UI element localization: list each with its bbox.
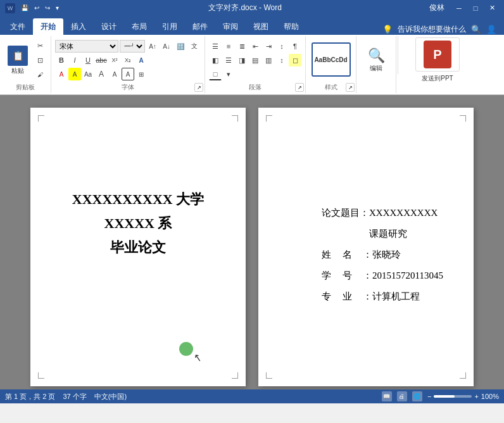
user-name: 俊林	[429, 3, 444, 13]
language: 中文(中国)	[94, 392, 127, 401]
text-border-button[interactable]: A	[122, 68, 134, 80]
font-group: 宋体 一号 A↑ A↓ 🔠 文 B I U abc X² X₂	[51, 36, 205, 93]
edit-button[interactable]: 🔍 编辑	[360, 45, 392, 75]
tab-insert[interactable]: 插入	[63, 18, 94, 35]
paste-button[interactable]: 📋 粘贴	[4, 44, 32, 77]
ppt-content: P 发送到PPT	[415, 37, 460, 92]
cut-button[interactable]: ✂	[33, 39, 47, 53]
tab-home[interactable]: 开始	[33, 18, 63, 35]
align-center-button[interactable]: ☰	[222, 54, 235, 66]
tab-mail[interactable]: 邮件	[185, 18, 215, 35]
font-size-selector[interactable]: 一号	[120, 40, 145, 53]
redo-button[interactable]: ↪	[43, 4, 52, 12]
corner-tl-2	[266, 115, 272, 122]
show-formatting-button[interactable]: ¶	[289, 40, 301, 53]
ppt-button[interactable]: P	[415, 37, 460, 72]
border-dropdown-button[interactable]: ▾	[222, 68, 235, 80]
edit-group: 🔍 编辑	[356, 36, 396, 93]
info-value-name: 张晓玲	[372, 244, 401, 265]
distribute-button[interactable]: ▥	[262, 54, 275, 66]
zoom-slider[interactable]	[434, 395, 472, 398]
maximize-button[interactable]: □	[469, 1, 482, 15]
minimize-button[interactable]: ─	[452, 1, 466, 15]
corner-tl	[38, 115, 44, 122]
strikethrough-button[interactable]: abc	[95, 54, 108, 66]
clear-format-button[interactable]: 🔠	[174, 40, 187, 53]
web-view-button[interactable]: 🌐	[412, 391, 422, 401]
format-painter-button[interactable]: 🖌	[33, 68, 47, 82]
decrease-indent-button[interactable]: ⇤	[249, 40, 261, 53]
close-button[interactable]: ✕	[485, 1, 499, 15]
tab-view[interactable]: 视图	[246, 18, 276, 35]
font-expand-button[interactable]: ↗	[194, 83, 203, 92]
user-icon[interactable]: 👤	[486, 25, 496, 34]
decrease-font-button[interactable]: A↓	[160, 40, 173, 53]
bold-button[interactable]: B	[55, 54, 68, 66]
paste-label: 粘贴	[11, 66, 24, 75]
char-border-button[interactable]: ⊞	[135, 68, 148, 80]
line-spacing-button[interactable]: ↕	[275, 54, 288, 66]
read-view-button[interactable]: 📖	[382, 391, 392, 401]
bullets-button[interactable]: ☰	[209, 40, 222, 53]
customize-button[interactable]: ▾	[54, 4, 61, 12]
border-bottom-button[interactable]: □	[209, 68, 222, 80]
status-bar: 第 1 页，共 2 页 37 个字 中文(中国) 📖 🖨 🌐 − + 100%	[0, 389, 504, 403]
font-case-button[interactable]: Aa	[82, 68, 94, 80]
justify-button[interactable]: ▤	[249, 54, 261, 66]
search-icon[interactable]: 🔍	[471, 25, 481, 34]
page-count: 第 1 页，共 2 页	[5, 392, 55, 401]
edit-label: 编辑	[370, 64, 382, 73]
underline-button[interactable]: U	[82, 54, 94, 66]
lightbulb-icon[interactable]: 💡	[382, 25, 393, 34]
subscript-button[interactable]: X₂	[122, 54, 134, 66]
tab-layout[interactable]: 布局	[124, 18, 154, 35]
increase-indent-button[interactable]: ⇥	[262, 40, 275, 53]
cursor-arrow: ↖	[192, 351, 203, 364]
phonetics-button[interactable]: 文	[188, 40, 201, 53]
italic-button[interactable]: I	[68, 54, 81, 66]
tab-help[interactable]: 帮助	[276, 18, 306, 35]
highlight-button[interactable]: A	[68, 68, 81, 80]
document-area[interactable]: XXXXXXXXXX 大学 XXXXX 系 毕业论文 ↖ 论文题目： XXXXX…	[0, 95, 504, 389]
zoom-level: 100%	[481, 393, 499, 400]
tab-file[interactable]: 文件	[3, 18, 33, 35]
title-bar: W 💾 ↩ ↪ ▾ 文字对齐.docx - Word 俊林 ─ □ ✕	[0, 0, 504, 16]
increase-font-button[interactable]: A↑	[146, 40, 159, 53]
font-color-button[interactable]: A	[55, 68, 68, 80]
text-effect-button[interactable]: A	[135, 54, 148, 66]
info-value-major: 计算机工程	[372, 286, 420, 307]
font-name-selector[interactable]: 宋体	[55, 40, 118, 53]
info-label-id: 学 号 ：	[322, 265, 372, 286]
page-2: 论文题目： XXXXXXXXXX 课题研究 姓 名 ： 张晓玲 学 号 ： 20…	[258, 108, 474, 386]
style-preview[interactable]: AaBbCcDd	[312, 42, 351, 77]
save-button[interactable]: 💾	[19, 4, 30, 12]
tab-references[interactable]: 引用	[154, 18, 185, 35]
copy-button[interactable]: ⊡	[33, 53, 47, 67]
smaller-a-button[interactable]: A	[108, 68, 121, 80]
multilevel-list-button[interactable]: ≣	[236, 40, 248, 53]
tab-review[interactable]: 审阅	[215, 18, 246, 35]
title-bar-left: W 💾 ↩ ↪ ▾	[5, 3, 61, 13]
edit-content: 🔍 编辑	[360, 37, 392, 92]
sort-button[interactable]: ↕	[275, 40, 288, 53]
align-right-button[interactable]: ◨	[236, 54, 248, 66]
paragraph-expand-button[interactable]: ↗	[295, 83, 304, 92]
print-view-button[interactable]: 🖨	[397, 391, 407, 401]
shading-button[interactable]: ◻	[289, 54, 301, 66]
cover-university: XXXXXXXXXX 大学	[72, 190, 204, 209]
bigger-a-button[interactable]: A	[95, 68, 108, 80]
superscript-button[interactable]: X²	[108, 54, 121, 66]
align-left-button[interactable]: ◧	[209, 54, 222, 66]
zoom-out-button[interactable]: −	[427, 393, 431, 400]
info-row-name: 姓 名 ： 张晓玲	[322, 244, 448, 265]
help-search-label[interactable]: 告诉我你想要做什么	[398, 24, 466, 35]
numbered-list-button[interactable]: ≡	[222, 40, 235, 53]
word-icon: W	[5, 3, 15, 13]
tab-design[interactable]: 设计	[94, 18, 124, 35]
edit-icon: 🔍	[368, 47, 385, 64]
undo-button[interactable]: ↩	[32, 4, 41, 12]
zoom-in-button[interactable]: +	[474, 393, 478, 400]
style-group: AaBbCcDd 样式 ↗	[306, 36, 356, 93]
cover-content: XXXXXXXXXX 大学 XXXXX 系 毕业论文	[56, 139, 220, 276]
style-expand-button[interactable]: ↗	[346, 83, 355, 92]
